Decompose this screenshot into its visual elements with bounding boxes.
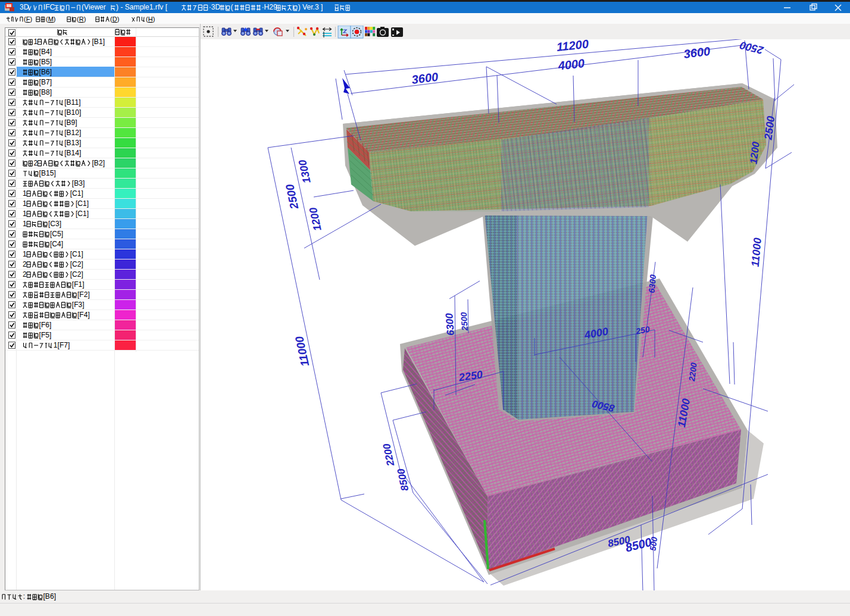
svg-text:11000: 11000 <box>749 237 764 267</box>
svg-text:500: 500 <box>648 536 659 551</box>
svg-text:6300: 6300 <box>443 312 457 336</box>
svg-text:6300: 6300 <box>646 274 658 293</box>
svg-text:2500: 2500 <box>459 312 470 332</box>
